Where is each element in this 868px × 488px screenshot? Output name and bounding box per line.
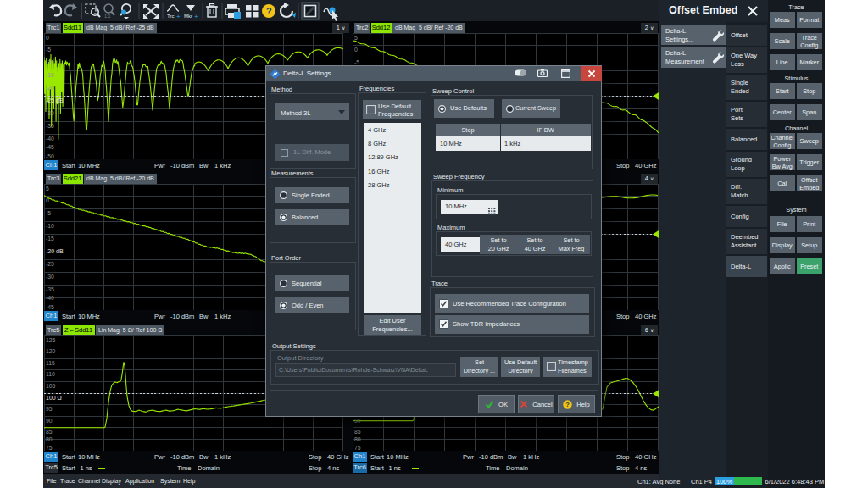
svg-text:85: 85: [354, 429, 361, 435]
svg-text:-20 dB: -20 dB: [46, 248, 64, 254]
svg-text:-45: -45: [46, 304, 54, 310]
svg-text:0: 0: [46, 197, 49, 203]
svg-text:0: 0: [354, 47, 358, 53]
svg-text:-45: -45: [46, 144, 54, 150]
svg-text:-35: -35: [46, 123, 54, 129]
svg-text:75: 75: [354, 445, 361, 451]
svg-text:-15: -15: [46, 236, 54, 241]
svg-text:5: 5: [46, 186, 49, 191]
svg-text:-40: -40: [46, 295, 54, 301]
svg-text:5: 5: [354, 35, 358, 41]
svg-text:+: +: [194, 13, 198, 20]
svg-text:75: 75: [46, 445, 53, 451]
svg-text:125: 125: [46, 337, 56, 343]
svg-text:80: 80: [46, 436, 53, 442]
svg-text:80: 80: [354, 436, 361, 442]
svg-text:-25 dB: -25 dB: [46, 97, 64, 103]
svg-text:?: ?: [565, 401, 570, 408]
svg-text:-20: -20: [46, 85, 54, 91]
svg-text:100 Ω: 100 Ω: [46, 395, 62, 401]
svg-text:110: 110: [46, 371, 55, 377]
svg-text:-10: -10: [46, 59, 54, 65]
svg-text:90: 90: [354, 418, 361, 424]
svg-text:-30: -30: [46, 274, 54, 280]
svg-text:105: 105: [46, 383, 56, 389]
svg-text:Mkr: Mkr: [184, 14, 192, 19]
svg-text:1:1: 1:1: [104, 14, 111, 19]
svg-text:-30: -30: [46, 110, 54, 116]
svg-text:+: +: [176, 13, 181, 20]
svg-text:-15: -15: [46, 72, 54, 78]
svg-text:90: 90: [46, 418, 53, 424]
svg-text:-5: -5: [46, 47, 51, 53]
svg-text:-50: -50: [46, 153, 54, 159]
svg-text:-25: -25: [46, 261, 54, 267]
svg-text:0: 0: [46, 35, 49, 41]
svg-text:95: 95: [46, 406, 53, 412]
svg-text:115: 115: [46, 360, 55, 366]
svg-text:-5: -5: [46, 210, 51, 216]
svg-text:-35: -35: [46, 286, 54, 292]
svg-text:85: 85: [46, 429, 53, 435]
svg-text:-40: -40: [46, 136, 54, 141]
svg-text:-10: -10: [46, 223, 54, 229]
svg-text:120: 120: [46, 348, 56, 354]
svg-text:?: ?: [266, 6, 272, 16]
svg-text:Trc: Trc: [167, 14, 174, 19]
